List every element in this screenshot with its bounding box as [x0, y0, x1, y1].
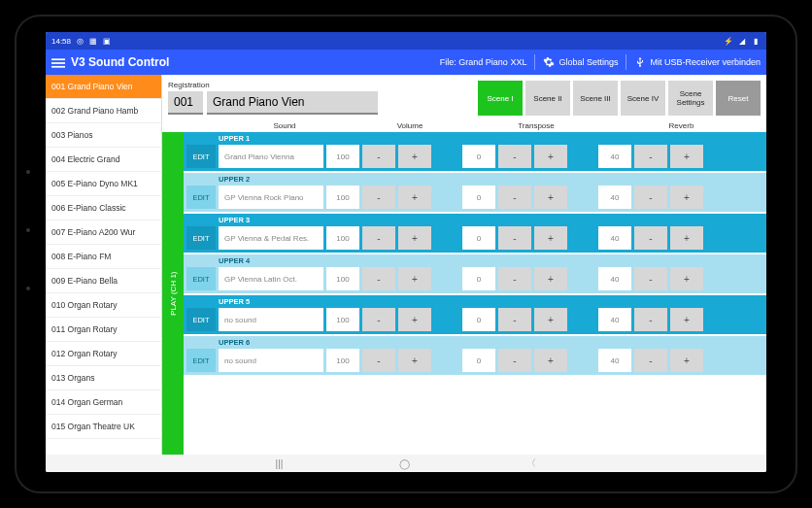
volume-value: 100 — [326, 145, 359, 168]
sidebar-item[interactable]: 015 Organ Theatre UK — [46, 415, 161, 439]
reverb-plus-button[interactable]: + — [670, 349, 703, 372]
file-label[interactable]: File: Grand Piano XXL — [440, 57, 527, 67]
col-transpose: Transpose — [470, 121, 602, 130]
track-label: UPPER 3 — [184, 214, 766, 224]
edit-button[interactable]: EDIT — [186, 308, 216, 331]
transpose-minus-button[interactable]: - — [498, 145, 531, 168]
volume-minus-button[interactable]: - — [362, 267, 395, 290]
volume-plus-button[interactable]: + — [398, 145, 431, 168]
sidebar-item[interactable]: 001 Grand Piano Vien — [46, 75, 161, 99]
svg-rect-1 — [51, 62, 65, 64]
scene-button[interactable]: Scene III — [573, 81, 618, 116]
registration-number-input[interactable] — [168, 91, 203, 115]
edit-button[interactable]: EDIT — [186, 349, 216, 372]
reverb-minus-button[interactable]: - — [634, 267, 667, 290]
volume-plus-button[interactable]: + — [398, 186, 431, 209]
reverb-value: 40 — [598, 145, 631, 168]
scene-settings-button[interactable]: Scene Settings — [668, 81, 713, 116]
reverb-minus-button[interactable]: - — [634, 308, 667, 331]
sidebar-item[interactable]: 007 E-Piano A200 Wur — [46, 220, 161, 245]
wifi-icon: ◢ — [737, 37, 747, 46]
scene-button[interactable]: Scene IV — [621, 81, 665, 116]
sidebar-item[interactable]: 002 Grand Piano Hamb — [46, 99, 161, 123]
sidebar-item[interactable]: 004 Electric Grand — [46, 148, 161, 172]
global-settings-button[interactable]: Global Settings — [543, 56, 618, 68]
volume-minus-button[interactable]: - — [362, 308, 395, 331]
transpose-value: 0 — [462, 267, 495, 290]
reverb-plus-button[interactable]: + — [670, 267, 703, 290]
bluetooth-icon: ⚡ — [724, 37, 733, 46]
reverb-plus-button[interactable]: + — [670, 145, 703, 168]
sidebar-item[interactable]: 005 E-Piano Dyno MK1 — [46, 172, 161, 196]
sidebar-item[interactable]: 014 Organ German — [46, 390, 161, 415]
volume-minus-button[interactable]: - — [362, 186, 395, 209]
volume-minus-button[interactable]: - — [362, 145, 395, 168]
volume-plus-button[interactable]: + — [398, 349, 431, 372]
sidebar-item[interactable]: 003 Pianos — [46, 123, 161, 148]
sound-field[interactable] — [219, 349, 323, 372]
transpose-plus-button[interactable]: + — [534, 226, 567, 250]
gear-icon — [543, 56, 555, 68]
sound-field[interactable] — [219, 145, 323, 168]
status-time: 14:58 — [51, 37, 71, 46]
track-row: UPPER 5EDIT100-+0-+40-+ — [184, 295, 766, 334]
sidebar-item[interactable]: 011 Organ Rotary — [46, 318, 161, 342]
volume-minus-button[interactable]: - — [362, 349, 395, 372]
usb-connect-button[interactable]: Mit USB-Receiver verbinden — [634, 56, 761, 68]
sidebar-item[interactable]: 006 E-Piano Classic — [46, 196, 161, 220]
volume-plus-button[interactable]: + — [398, 308, 431, 331]
transpose-minus-button[interactable]: - — [498, 308, 531, 331]
sidebar-item[interactable]: 009 E-Piano Bella — [46, 269, 161, 293]
reverb-plus-button[interactable]: + — [670, 226, 703, 250]
svg-rect-2 — [51, 66, 65, 68]
transpose-plus-button[interactable]: + — [534, 145, 567, 168]
volume-minus-button[interactable]: - — [362, 226, 395, 250]
volume-plus-button[interactable]: + — [398, 267, 431, 290]
reset-button[interactable]: Reset — [716, 81, 761, 116]
transpose-plus-button[interactable]: + — [534, 267, 567, 290]
track-label: UPPER 6 — [184, 336, 766, 347]
edit-button[interactable]: EDIT — [186, 267, 216, 290]
sidebar-item[interactable]: 010 Organ Rotary — [46, 293, 161, 318]
edit-button[interactable]: EDIT — [186, 226, 216, 250]
track-row: UPPER 3EDIT100-+0-+40-+ — [184, 214, 766, 253]
volume-value: 100 — [326, 186, 359, 209]
reverb-minus-button[interactable]: - — [634, 145, 667, 168]
reverb-minus-button[interactable]: - — [634, 349, 667, 372]
nav-back-button[interactable]: 〈 — [526, 457, 536, 470]
track-row: UPPER 6EDIT100-+0-+40-+ — [184, 336, 766, 375]
transpose-plus-button[interactable]: + — [534, 186, 567, 209]
nav-home-button[interactable]: ◯ — [399, 458, 410, 469]
edit-button[interactable]: EDIT — [186, 145, 216, 168]
volume-plus-button[interactable]: + — [398, 226, 431, 250]
sound-field[interactable] — [219, 267, 323, 290]
nav-recents-button[interactable]: ||| — [276, 458, 284, 469]
transpose-plus-button[interactable]: + — [534, 349, 567, 372]
play-channel-button[interactable]: PLAY (CH 1) — [162, 132, 184, 455]
reverb-plus-button[interactable]: + — [670, 186, 703, 209]
sound-field[interactable] — [219, 226, 323, 250]
menu-icon[interactable] — [51, 56, 63, 68]
scene-button[interactable]: Scene II — [525, 81, 570, 116]
sidebar-item[interactable]: 008 E-Piano FM — [46, 245, 161, 269]
reverb-plus-button[interactable]: + — [670, 308, 703, 331]
reverb-minus-button[interactable]: - — [634, 226, 667, 250]
volume-value: 100 — [326, 267, 359, 290]
transpose-minus-button[interactable]: - — [498, 267, 531, 290]
scene-button[interactable]: Scene I — [478, 81, 523, 116]
transpose-minus-button[interactable]: - — [498, 186, 531, 209]
transpose-plus-button[interactable]: + — [534, 308, 567, 331]
android-status-bar: 14:58 ◎ ▦ ▣ ⚡ ◢ ▮ — [46, 32, 766, 50]
edit-button[interactable]: EDIT — [186, 186, 216, 209]
transpose-minus-button[interactable]: - — [498, 226, 531, 250]
sound-field[interactable] — [219, 186, 323, 209]
sidebar-item[interactable]: 013 Organs — [46, 366, 161, 390]
track-label: UPPER 1 — [184, 132, 766, 143]
sound-field[interactable] — [219, 308, 323, 331]
usb-icon — [634, 56, 646, 68]
registration-name-input[interactable] — [207, 91, 378, 115]
transpose-minus-button[interactable]: - — [498, 349, 531, 372]
reverb-minus-button[interactable]: - — [634, 186, 667, 209]
sidebar-item[interactable]: 012 Organ Rotary — [46, 342, 161, 366]
transpose-value: 0 — [462, 145, 495, 168]
